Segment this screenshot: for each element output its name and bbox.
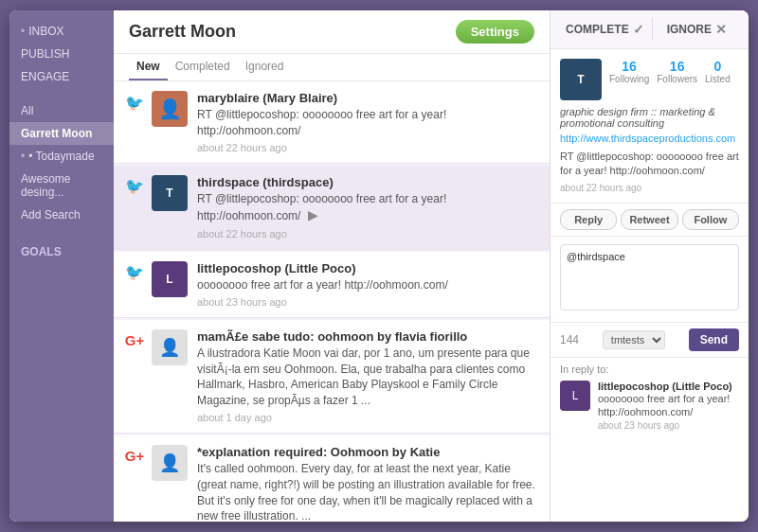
feed-text: It's called oohmoon. Every day, for at l… (197, 461, 538, 522)
feed-body: littlepocoshop (Little Poco) oooooooo fr… (197, 261, 538, 308)
right-panel-header: COMPLETE ✓ IGNORE ✕ (550, 10, 749, 49)
close-icon: ✕ (715, 22, 727, 37)
sidebar-item-add-search[interactable]: Add Search (9, 204, 114, 226)
in-reply-time: about 23 hours ago (598, 420, 739, 431)
feed-item[interactable]: 🐦 👤 maryblaire (Mary Blaire) RT @littlep… (114, 81, 550, 164)
action-buttons: Reply Retweet Follow (550, 204, 749, 237)
follow-button[interactable]: Follow (682, 209, 739, 230)
retweet-button[interactable]: Retweet (621, 209, 677, 230)
tab-ignored[interactable]: Ignored (238, 54, 292, 80)
profile-url[interactable]: http://www.thirdspaceproductions.com (560, 133, 739, 144)
settings-button[interactable]: Settings (456, 20, 534, 44)
in-reply-user: littlepocoshop (Little Poco) (598, 381, 739, 392)
stat-listed: 0 Listed (705, 59, 731, 84)
in-reply-text: oooooooo free art for a year! http://ooh… (598, 392, 739, 419)
in-reply-body: littlepocoshop (Little Poco) oooooooo fr… (598, 381, 739, 432)
feed-body: mamÃ£e sabe tudo: oohmoon by flavia fior… (197, 329, 538, 423)
tabs-bar: New Completed Ignored (114, 54, 550, 81)
account-select[interactable]: tmtests (603, 330, 665, 349)
feed-text: RT @littlepocoshop: oooooooo free art fo… (197, 107, 538, 139)
complete-button[interactable]: COMPLETE ✓ (558, 18, 653, 41)
feed-body: *explanation required: Oohmoon by Katie … (197, 445, 538, 522)
in-reply-section: In reply to: L littlepocoshop (Little Po… (550, 358, 749, 437)
tab-new[interactable]: New (129, 54, 168, 80)
app-container: INBOX PUBLISH ENGAGE All Garrett Moon • … (9, 10, 749, 522)
in-reply-item: L littlepocoshop (Little Poco) oooooooo … (560, 381, 739, 432)
sidebar: INBOX PUBLISH ENGAGE All Garrett Moon • … (9, 10, 114, 522)
send-button[interactable]: Send (689, 328, 739, 351)
profile-stats-container: 16 Following 16 Followers 0 Listed (609, 59, 731, 84)
reply-area: @thirdspace (550, 237, 749, 323)
feed-text: RT @littlepocoshop: oooooooo free art fo… (197, 191, 538, 225)
feed-text: A ilustradora Katie Moon vai dar, por 1 … (197, 346, 538, 409)
feed-username: thirdspace (thirdspace) (197, 175, 538, 189)
twitter-icon: 🐦 (125, 93, 144, 112)
feed-time: about 1 day ago (197, 412, 538, 423)
feed-username: littlepocoshop (Little Poco) (197, 261, 538, 275)
feed-username: *explanation required: Oohmoon by Katie (197, 445, 538, 459)
page-title: Garrett Moon (129, 22, 236, 42)
reply-textarea[interactable]: @thirdspace (560, 244, 739, 310)
feed-time: about 23 hours ago (197, 296, 538, 308)
feed-text: oooooooo free art for a year! http://ooh… (197, 277, 538, 293)
profile-tweet-time: about 22 hours ago (560, 183, 739, 193)
profile-top: T 16 Following 16 Followers 0 (560, 59, 739, 100)
checkmark-icon: ✓ (633, 22, 644, 37)
sidebar-item-awesome-desing[interactable]: Awesome desing... (9, 168, 114, 204)
sidebar-item-all[interactable]: All (9, 99, 114, 122)
sidebar-item-inbox[interactable]: INBOX (9, 20, 114, 43)
avatar: L (152, 261, 188, 297)
main-content: Garrett Moon Settings New Completed Igno… (114, 10, 550, 522)
feed-item[interactable]: 🐦 T thirdspace (thirdspace) RT @littlepo… (114, 166, 550, 250)
right-panel: COMPLETE ✓ IGNORE ✕ T 16 Following (550, 10, 749, 522)
profile-tweet: RT @littlepocoshop: oooooooo free art fo… (560, 150, 739, 179)
feed-username: mamÃ£e sabe tudo: oohmoon by flavia fior… (197, 329, 538, 344)
sidebar-nav-section: INBOX PUBLISH ENGAGE (9, 20, 114, 88)
twitter-icon: 🐦 (125, 177, 144, 196)
feed-username: maryblaire (Mary Blaire) (197, 91, 538, 105)
avatar: 👤 (152, 329, 188, 365)
ignore-button[interactable]: IGNORE ✕ (653, 18, 741, 41)
char-count: 144 (560, 333, 579, 346)
google-icon: G+ (125, 331, 144, 350)
feed-time: about 22 hours ago (197, 228, 538, 239)
main-header: Garrett Moon Settings (114, 10, 550, 54)
avatar: T (152, 175, 188, 211)
feed-time: about 22 hours ago (197, 142, 538, 153)
tab-completed[interactable]: Completed (168, 54, 238, 80)
profile-avatar: T (560, 59, 602, 100)
twitter-icon: 🐦 (125, 263, 144, 282)
reply-button[interactable]: Reply (560, 209, 617, 230)
feed-item[interactable]: G+ 👤 *explanation required: Oohmoon by K… (114, 435, 550, 522)
in-reply-avatar: L (560, 381, 590, 411)
avatar: 👤 (152, 445, 188, 481)
feed-body: maryblaire (Mary Blaire) RT @littlepocos… (197, 91, 538, 153)
stat-following: 16 Following (609, 59, 649, 84)
profile-section: T 16 Following 16 Followers 0 (550, 49, 749, 204)
feed-list: 🐦 👤 maryblaire (Mary Blaire) RT @littlep… (114, 81, 550, 522)
profile-stats: 16 Following 16 Followers 0 Listed (609, 59, 731, 84)
sidebar-item-publish[interactable]: PUBLISH (9, 43, 114, 65)
sidebar-item-todaymade[interactable]: • Todaymade (9, 145, 114, 168)
stat-followers: 16 Followers (657, 59, 697, 84)
google-icon: G+ (125, 447, 144, 466)
feed-item[interactable]: 🐦 L littlepocoshop (Little Poco) ooooooo… (114, 252, 550, 318)
sidebar-goals-label: GOALS (9, 238, 114, 261)
in-reply-label: In reply to: (560, 364, 739, 375)
sidebar-item-engage[interactable]: ENGAGE (9, 65, 114, 88)
feed-item[interactable]: G+ 👤 mamÃ£e sabe tudo: oohmoon by flavia… (114, 320, 550, 434)
reply-footer: 144 tmtests Send (550, 323, 749, 358)
avatar: 👤 (152, 91, 188, 127)
feed-body: thirdspace (thirdspace) RT @littlepocosh… (197, 175, 538, 239)
profile-bio: graphic design firm :: marketing & promo… (560, 106, 739, 129)
sidebar-item-garrett-moon[interactable]: Garrett Moon (9, 122, 114, 145)
